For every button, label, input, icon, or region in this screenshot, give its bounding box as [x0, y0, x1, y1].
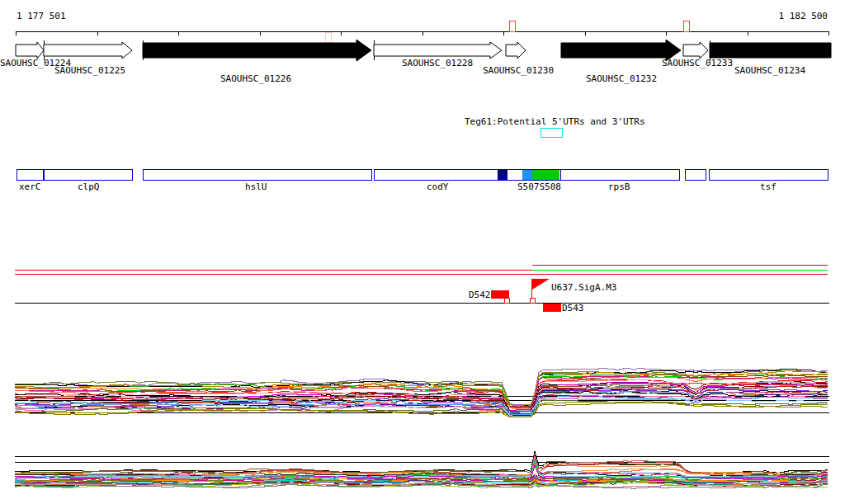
gene-arrow[interactable] — [710, 43, 831, 58]
gene-arrow-label: SAOUHSC_01225 — [54, 65, 125, 76]
utr-box[interactable] — [541, 129, 563, 138]
gene-box-label: S507S508 — [517, 181, 561, 192]
gene-box[interactable] — [710, 170, 828, 181]
gene-box-label: tsf — [760, 181, 777, 192]
gene-arrow[interactable] — [374, 42, 502, 59]
flag-marker-track: D542U637.SigA.M3D543 — [469, 279, 616, 313]
gene-arrow[interactable] — [683, 42, 708, 59]
gene-arrow-label: SAOUHSC_01228 — [402, 58, 473, 68]
genome-browser-canvas: SAOUHSC_01224SAOUHSC_01225SAOUHSC_01226S… — [0, 0, 845, 504]
gene-box-segment[interactable] — [522, 170, 532, 180]
gene-box-label: clpQ — [78, 181, 100, 192]
gene-box[interactable] — [144, 170, 372, 181]
ruler-marker[interactable] — [684, 21, 690, 31]
utr-annotation-label: Teg61:Potential 5'UTRs and 3'UTRs — [465, 116, 645, 127]
gene-box-segment[interactable] — [498, 170, 507, 180]
ruler-marker[interactable] — [510, 21, 516, 31]
gene-arrow-label: SAOUHSC_01233 — [662, 58, 733, 68]
gene-box[interactable] — [561, 170, 680, 181]
gene-box-label: rpsB — [608, 181, 630, 192]
genome-browser-screen: 1 177 501 1 182 500 SAOUHSC_01224SAOUHSC… — [0, 0, 845, 504]
ruler-marker[interactable] — [326, 32, 332, 42]
flag-label: U637.SigA.M3 — [551, 282, 616, 293]
gene-box-label: hslU — [245, 181, 267, 192]
flag-anchor[interactable] — [505, 299, 510, 304]
gene-arrow[interactable] — [44, 42, 132, 59]
upper-expression-panel — [15, 369, 829, 417]
gene-box-label: codY — [427, 181, 449, 192]
flag-label: D542 — [469, 290, 491, 300]
gene-arrow-label: SAOUHSC_01230 — [483, 65, 554, 76]
lower-expression-panel — [15, 452, 829, 489]
flag-anchor[interactable] — [531, 299, 536, 304]
gene-arrow-label: SAOUHSC_01226 — [220, 73, 291, 84]
signal-line-track — [15, 266, 829, 304]
gene-box-segment[interactable] — [532, 170, 559, 180]
gene-arrow[interactable] — [16, 42, 44, 59]
ruler-track — [16, 21, 829, 42]
utr-annotation-track: Teg61:Potential 5'UTRs and 3'UTRs — [465, 116, 645, 138]
gene-arrow[interactable] — [506, 42, 526, 59]
flag-rect[interactable] — [543, 304, 561, 312]
flag-label: D543 — [562, 303, 584, 313]
gene-box-track: xerCclpQhslUcodYS507S508rpsBtsf — [17, 169, 828, 192]
gene-arrow-label: SAOUHSC_01234 — [734, 65, 805, 76]
gene-arrow[interactable] — [143, 40, 371, 61]
gene-box-label: xerC — [19, 181, 41, 192]
gene-arrow-track: SAOUHSC_01224SAOUHSC_01225SAOUHSC_01226S… — [0, 40, 831, 84]
flag-pennant[interactable] — [532, 279, 550, 290]
gene-arrow-label: SAOUHSC_01232 — [586, 73, 657, 84]
gene-box[interactable] — [17, 170, 133, 181]
flag-rect[interactable] — [491, 290, 509, 299]
gene-box[interactable] — [686, 170, 706, 181]
